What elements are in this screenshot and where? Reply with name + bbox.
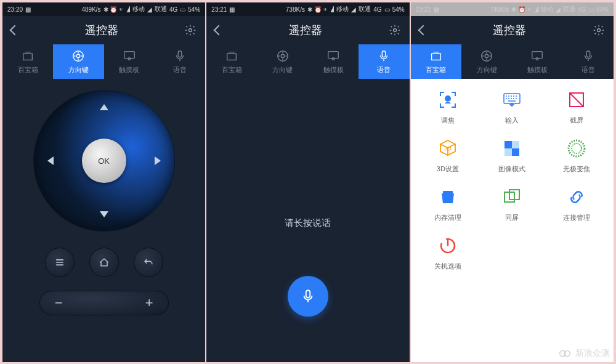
svg-rect-28	[505, 148, 512, 156]
svg-rect-14	[306, 290, 310, 297]
svg-rect-6	[178, 51, 182, 57]
voice-icon	[376, 49, 391, 63]
svg-rect-11	[328, 52, 339, 59]
tool-3d[interactable]: 3D 3D设置	[416, 136, 480, 174]
svg-point-3	[77, 54, 81, 58]
status-bar: 23:21 ▦ 740K/s ✱ ⏰ ᯤ ◢ 移动 ◢ 联通 4G ▭ 54%	[411, 2, 614, 16]
imagemode-icon	[500, 136, 524, 161]
tab-toolbox[interactable]: 百宝箱	[206, 44, 257, 79]
volume-down[interactable]: −	[55, 295, 63, 311]
toolbox-icon	[224, 49, 239, 63]
mode-tabs: 百宝箱 方向键 触摸板 语音	[2, 44, 205, 79]
status-bar: 23:20 ▦ 489K/s ✱ ⏰ ᯤ ◢ 移动 ◢ 联通 4G ▭ 54%	[2, 2, 205, 16]
settings-icon[interactable]	[593, 24, 605, 36]
tab-touchpad[interactable]: 触摸板	[512, 44, 562, 79]
memclean-icon	[436, 185, 460, 209]
tab-toolbox[interactable]: 百宝箱	[2, 44, 53, 79]
status-time: 23:21	[416, 6, 431, 13]
watermark: 新浪众测	[558, 347, 610, 360]
tab-dpad[interactable]: 方向键	[53, 44, 103, 79]
tab-touchpad[interactable]: 触摸板	[308, 44, 359, 79]
svg-rect-19	[532, 52, 543, 59]
dpad-ok-button[interactable]: OK	[82, 139, 126, 183]
screenshot-icon	[564, 87, 589, 112]
svg-point-30	[569, 140, 585, 156]
zoom-icon	[564, 136, 589, 161]
svg-point-12	[332, 58, 334, 60]
svg-rect-1	[23, 54, 33, 60]
screen-dpad: 23:20 ▦ 489K/s ✱ ⏰ ᯤ ◢ 移动 ◢ 联通 4G ▭ 54% …	[2, 2, 205, 362]
svg-rect-4	[124, 52, 135, 59]
connection-icon	[564, 185, 589, 209]
mode-tabs: 百宝箱 方向键 触摸板 语音	[206, 44, 409, 79]
dpad-right[interactable]	[155, 156, 161, 165]
toolbox-icon	[429, 49, 444, 63]
mode-tabs: 百宝箱 方向键 触摸板 语音	[411, 44, 614, 79]
tab-dpad[interactable]: 方向键	[461, 44, 512, 79]
tool-imagemode[interactable]: 图像模式	[480, 136, 544, 174]
status-speed: 489K/s	[81, 6, 100, 13]
dpad-icon	[479, 49, 494, 63]
status-bar: 23:21 ▦ 738K/s ✱ ⏰ ᯤ ◢ 移动 ◢ 联通 4G ▭ 54%	[206, 2, 409, 16]
svg-text:3D: 3D	[444, 145, 452, 152]
svg-rect-21	[586, 51, 590, 57]
svg-rect-16	[431, 54, 440, 60]
tool-poweropts[interactable]: 关机选项	[416, 233, 480, 271]
svg-point-5	[128, 58, 131, 60]
svg-point-20	[537, 58, 539, 60]
tab-touchpad[interactable]: 触摸板	[104, 44, 155, 79]
tool-screenshot[interactable]: 截屏	[545, 87, 609, 125]
tool-connection[interactable]: 连接管理	[545, 185, 609, 222]
touchpad-icon	[326, 49, 341, 63]
settings-icon[interactable]	[389, 24, 401, 36]
tool-input[interactable]: 输入	[480, 87, 544, 125]
tool-mirror[interactable]: 同屏	[480, 185, 544, 222]
tab-toolbox[interactable]: 百宝箱	[411, 44, 461, 79]
tab-voice[interactable]: 语音	[563, 44, 614, 79]
voice-icon	[581, 49, 596, 63]
tab-voice[interactable]: 语音	[359, 44, 409, 79]
toolbox-grid: 调焦 输入 截屏 3D 3D设置 图像模式 无极变焦	[411, 79, 614, 280]
tool-memclean[interactable]: 内存清理	[416, 185, 480, 222]
touchpad-icon	[122, 49, 137, 63]
dpad-icon	[71, 49, 86, 63]
screen-voice: 23:21 ▦ 738K/s ✱ ⏰ ᯤ ◢ 移动 ◢ 联通 4G ▭ 54% …	[206, 2, 409, 362]
tab-voice[interactable]: 语音	[155, 44, 205, 79]
screen-toolbox: 23:21 ▦ 740K/s ✱ ⏰ ᯤ ◢ 移动 ◢ 联通 4G ▭ 54% …	[411, 2, 614, 362]
dpad-up[interactable]	[100, 104, 108, 110]
tool-focus[interactable]: 调焦	[416, 87, 480, 125]
dpad-ring: OK	[33, 90, 175, 232]
dpad-down[interactable]	[100, 211, 108, 217]
svg-rect-13	[383, 51, 386, 57]
input-icon	[500, 87, 524, 112]
toolbox-icon	[20, 49, 35, 63]
status-speed: 740K/s	[490, 6, 509, 13]
voice-panel: 请长按说话	[206, 79, 409, 350]
tab-dpad[interactable]: 方向键	[257, 44, 308, 79]
status-speed: 738K/s	[286, 6, 305, 13]
touchpad-icon	[530, 49, 545, 63]
mirror-icon	[500, 185, 524, 209]
settings-icon[interactable]	[184, 24, 197, 36]
title-bar: 遥控器	[206, 16, 409, 44]
threed-icon: 3D	[436, 136, 460, 161]
focus-icon	[436, 87, 460, 112]
dpad-left[interactable]	[47, 156, 54, 165]
page-title: 遥控器	[427, 23, 593, 38]
svg-rect-29	[512, 148, 519, 156]
return-button[interactable]	[134, 248, 163, 277]
svg-rect-27	[512, 141, 519, 148]
dpad-panel: OK − +	[2, 79, 205, 350]
voice-icon	[172, 49, 187, 63]
mic-button[interactable]	[288, 276, 328, 317]
svg-point-0	[189, 29, 192, 32]
voice-prompt: 请长按说话	[285, 217, 331, 229]
home-button[interactable]	[89, 248, 119, 277]
menu-button[interactable]	[45, 248, 75, 277]
volume-up[interactable]: +	[145, 295, 153, 311]
title-bar: 遥控器	[411, 16, 614, 44]
status-time: 23:20	[7, 6, 23, 13]
power-icon	[436, 233, 460, 258]
tool-zoom[interactable]: 无极变焦	[545, 136, 609, 174]
svg-point-15	[597, 29, 600, 32]
